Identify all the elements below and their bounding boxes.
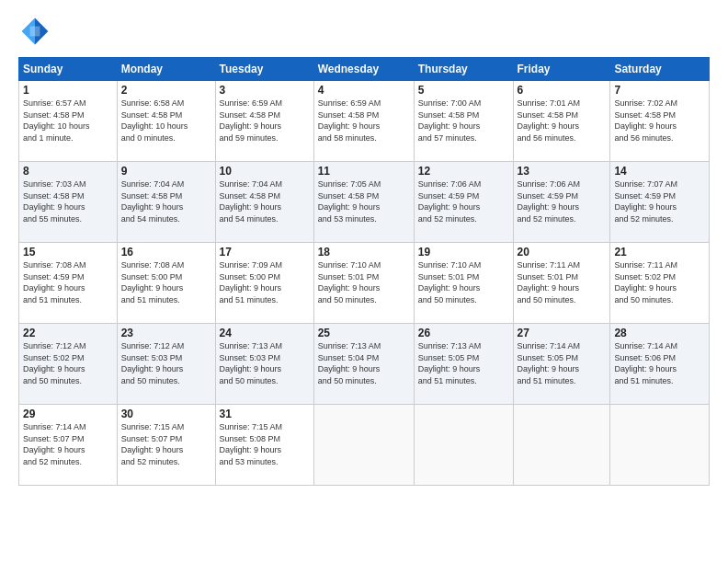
day-info: Sunrise: 6:59 AM Sunset: 4:58 PM Dayligh… <box>220 98 310 144</box>
day-cell: 23Sunrise: 7:12 AM Sunset: 5:03 PM Dayli… <box>117 324 215 405</box>
day-info: Sunrise: 7:14 AM Sunset: 5:06 PM Dayligh… <box>614 340 705 386</box>
day-cell: 27Sunrise: 7:14 AM Sunset: 5:05 PM Dayli… <box>513 324 610 405</box>
day-number: 18 <box>318 246 410 259</box>
day-cell: 7Sunrise: 7:02 AM Sunset: 4:58 PM Daylig… <box>610 81 710 162</box>
svg-rect-2 <box>30 27 40 37</box>
day-info: Sunrise: 7:04 AM Sunset: 4:58 PM Dayligh… <box>220 178 310 224</box>
day-cell: 13Sunrise: 7:06 AM Sunset: 4:59 PM Dayli… <box>513 162 610 243</box>
day-info: Sunrise: 6:59 AM Sunset: 4:58 PM Dayligh… <box>318 98 410 144</box>
day-info: Sunrise: 7:04 AM Sunset: 4:58 PM Dayligh… <box>121 178 211 224</box>
day-number: 13 <box>518 165 607 178</box>
day-info: Sunrise: 7:15 AM Sunset: 5:08 PM Dayligh… <box>220 421 310 467</box>
day-number: 30 <box>121 408 211 420</box>
day-info: Sunrise: 7:11 AM Sunset: 5:02 PM Dayligh… <box>614 259 705 305</box>
day-cell: 25Sunrise: 7:13 AM Sunset: 5:04 PM Dayli… <box>313 324 414 405</box>
day-info: Sunrise: 7:09 AM Sunset: 5:00 PM Dayligh… <box>220 259 310 305</box>
weekday-friday: Friday <box>513 58 610 81</box>
week-row-5: 29Sunrise: 7:14 AM Sunset: 5:07 PM Dayli… <box>19 405 710 486</box>
day-info: Sunrise: 7:12 AM Sunset: 5:03 PM Dayligh… <box>121 340 211 386</box>
day-cell: 24Sunrise: 7:13 AM Sunset: 5:03 PM Dayli… <box>215 324 313 405</box>
day-cell: 17Sunrise: 7:09 AM Sunset: 5:00 PM Dayli… <box>215 243 313 324</box>
day-cell: 6Sunrise: 7:01 AM Sunset: 4:58 PM Daylig… <box>513 81 610 162</box>
day-cell: 28Sunrise: 7:14 AM Sunset: 5:06 PM Dayli… <box>610 324 710 405</box>
day-info: Sunrise: 7:13 AM Sunset: 5:05 PM Dayligh… <box>418 340 509 386</box>
day-number: 16 <box>121 246 211 259</box>
day-info: Sunrise: 7:10 AM Sunset: 5:01 PM Dayligh… <box>418 259 509 305</box>
logo <box>18 15 55 48</box>
day-info: Sunrise: 7:02 AM Sunset: 4:58 PM Dayligh… <box>614 98 705 144</box>
day-cell: 29Sunrise: 7:14 AM Sunset: 5:07 PM Dayli… <box>19 405 118 486</box>
day-number: 11 <box>318 165 410 178</box>
day-cell: 19Sunrise: 7:10 AM Sunset: 5:01 PM Dayli… <box>414 243 513 324</box>
day-number: 31 <box>220 408 310 420</box>
week-row-1: 1Sunrise: 6:57 AM Sunset: 4:58 PM Daylig… <box>19 81 710 162</box>
day-cell <box>610 405 710 486</box>
weekday-sunday: Sunday <box>19 58 118 81</box>
day-number: 19 <box>418 246 509 259</box>
day-cell: 4Sunrise: 6:59 AM Sunset: 4:58 PM Daylig… <box>313 81 414 162</box>
day-number: 23 <box>121 327 211 339</box>
day-number: 3 <box>220 84 310 97</box>
week-row-2: 8Sunrise: 7:03 AM Sunset: 4:58 PM Daylig… <box>19 162 710 243</box>
day-number: 22 <box>23 327 113 339</box>
day-info: Sunrise: 7:13 AM Sunset: 5:03 PM Dayligh… <box>220 340 310 386</box>
page: SundayMondayTuesdayWednesdayThursdayFrid… <box>0 0 728 563</box>
logo-icon <box>18 15 51 48</box>
day-number: 26 <box>418 327 509 339</box>
day-number: 5 <box>418 84 509 97</box>
day-info: Sunrise: 7:00 AM Sunset: 4:58 PM Dayligh… <box>418 98 509 144</box>
day-number: 2 <box>121 84 211 97</box>
day-info: Sunrise: 7:03 AM Sunset: 4:58 PM Dayligh… <box>23 178 113 224</box>
day-number: 12 <box>418 165 509 178</box>
day-cell: 1Sunrise: 6:57 AM Sunset: 4:58 PM Daylig… <box>19 81 118 162</box>
day-cell <box>414 405 513 486</box>
day-info: Sunrise: 7:06 AM Sunset: 4:59 PM Dayligh… <box>418 178 509 224</box>
day-info: Sunrise: 6:57 AM Sunset: 4:58 PM Dayligh… <box>23 98 113 144</box>
day-number: 29 <box>23 408 113 420</box>
day-info: Sunrise: 7:14 AM Sunset: 5:05 PM Dayligh… <box>518 340 607 386</box>
day-cell: 8Sunrise: 7:03 AM Sunset: 4:58 PM Daylig… <box>19 162 118 243</box>
day-cell: 11Sunrise: 7:05 AM Sunset: 4:58 PM Dayli… <box>313 162 414 243</box>
day-info: Sunrise: 7:07 AM Sunset: 4:59 PM Dayligh… <box>614 178 705 224</box>
day-number: 9 <box>121 165 211 178</box>
day-number: 6 <box>518 84 607 97</box>
day-cell: 5Sunrise: 7:00 AM Sunset: 4:58 PM Daylig… <box>414 81 513 162</box>
day-number: 27 <box>518 327 607 339</box>
day-info: Sunrise: 7:08 AM Sunset: 5:00 PM Dayligh… <box>121 259 211 305</box>
day-cell: 10Sunrise: 7:04 AM Sunset: 4:58 PM Dayli… <box>215 162 313 243</box>
day-number: 4 <box>318 84 410 97</box>
week-row-3: 15Sunrise: 7:08 AM Sunset: 4:59 PM Dayli… <box>19 243 710 324</box>
weekday-thursday: Thursday <box>414 58 513 81</box>
weekday-tuesday: Tuesday <box>215 58 313 81</box>
day-info: Sunrise: 7:10 AM Sunset: 5:01 PM Dayligh… <box>318 259 410 305</box>
calendar-header: SundayMondayTuesdayWednesdayThursdayFrid… <box>19 58 710 81</box>
day-number: 10 <box>220 165 310 178</box>
day-number: 20 <box>518 246 607 259</box>
day-cell: 18Sunrise: 7:10 AM Sunset: 5:01 PM Dayli… <box>313 243 414 324</box>
day-info: Sunrise: 7:01 AM Sunset: 4:58 PM Dayligh… <box>518 98 607 144</box>
weekday-saturday: Saturday <box>610 58 710 81</box>
day-cell: 22Sunrise: 7:12 AM Sunset: 5:02 PM Dayli… <box>19 324 118 405</box>
weekday-monday: Monday <box>117 58 215 81</box>
day-cell <box>513 405 610 486</box>
day-number: 15 <box>23 246 113 259</box>
day-number: 21 <box>614 246 705 259</box>
day-info: Sunrise: 7:12 AM Sunset: 5:02 PM Dayligh… <box>23 340 113 386</box>
day-cell: 9Sunrise: 7:04 AM Sunset: 4:58 PM Daylig… <box>117 162 215 243</box>
day-number: 17 <box>220 246 310 259</box>
day-number: 8 <box>23 165 113 178</box>
calendar-body: 1Sunrise: 6:57 AM Sunset: 4:58 PM Daylig… <box>19 81 710 486</box>
day-info: Sunrise: 7:08 AM Sunset: 4:59 PM Dayligh… <box>23 259 113 305</box>
day-info: Sunrise: 6:58 AM Sunset: 4:58 PM Dayligh… <box>121 98 211 144</box>
weekday-row: SundayMondayTuesdayWednesdayThursdayFrid… <box>19 58 710 81</box>
day-cell: 15Sunrise: 7:08 AM Sunset: 4:59 PM Dayli… <box>19 243 118 324</box>
day-cell: 3Sunrise: 6:59 AM Sunset: 4:58 PM Daylig… <box>215 81 313 162</box>
day-cell: 16Sunrise: 7:08 AM Sunset: 5:00 PM Dayli… <box>117 243 215 324</box>
day-cell: 12Sunrise: 7:06 AM Sunset: 4:59 PM Dayli… <box>414 162 513 243</box>
day-cell: 14Sunrise: 7:07 AM Sunset: 4:59 PM Dayli… <box>610 162 710 243</box>
day-cell: 21Sunrise: 7:11 AM Sunset: 5:02 PM Dayli… <box>610 243 710 324</box>
day-cell: 20Sunrise: 7:11 AM Sunset: 5:01 PM Dayli… <box>513 243 610 324</box>
day-info: Sunrise: 7:14 AM Sunset: 5:07 PM Dayligh… <box>23 421 113 467</box>
day-number: 1 <box>23 84 113 97</box>
day-number: 14 <box>614 165 705 178</box>
